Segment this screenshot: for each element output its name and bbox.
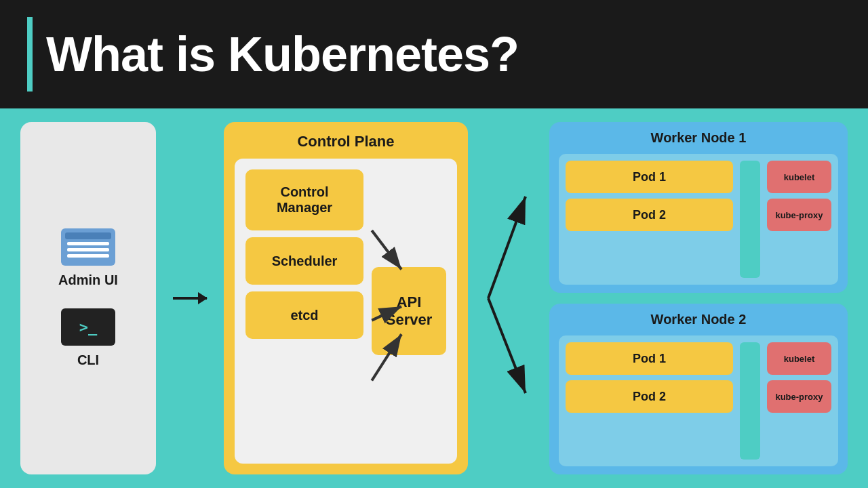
worker-node-2-separator — [740, 342, 760, 460]
worker-node-1-pod-2: Pod 2 — [566, 199, 733, 231]
worker-node-1-pods: Pod 1 Pod 2 — [566, 161, 733, 278]
cli-item: CLI — [61, 308, 115, 368]
page-title: What is Kubernetes? — [46, 26, 519, 82]
worker-node-1-kube: kubelet kube-proxy — [767, 161, 831, 278]
control-plane-box: Control Plane ControlManager Scheduler e… — [224, 122, 468, 474]
worker-node-2-kube: kubelet kube-proxy — [767, 342, 831, 460]
worker-node-2-title: Worker Node 2 — [559, 312, 838, 327]
cp-to-worker-arrows — [481, 122, 536, 474]
right-arrow-icon — [173, 297, 207, 300]
cp-right-column: APIServer — [372, 169, 446, 453]
header-accent — [27, 17, 33, 92]
cp-left-column: ControlManager Scheduler etcd — [245, 169, 363, 453]
worker-section: Worker Node 1 Pod 1 Pod 2 kubelet kube-p… — [549, 122, 848, 474]
worker-node-2-kubelet: kubelet — [767, 342, 831, 375]
worker-node-2-kube-proxy: kube-proxy — [767, 380, 831, 413]
worker-node-1-box: Worker Node 1 Pod 1 Pod 2 kubelet kube-p… — [549, 122, 848, 293]
admin-ui-item: Admin UI — [58, 228, 118, 288]
admin-ui-label: Admin UI — [58, 272, 118, 288]
cli-icon — [61, 308, 115, 346]
admin-box: Admin UI CLI — [20, 122, 156, 474]
api-server-block: APIServer — [372, 267, 446, 355]
diagonal-arrows-icon — [481, 129, 536, 468]
worker-node-1-pod-1: Pod 1 — [566, 161, 733, 193]
worker-node-2-inner: Pod 1 Pod 2 kubelet kube-proxy — [559, 336, 838, 466]
worker-node-2-pods: Pod 1 Pod 2 — [566, 342, 733, 460]
control-manager-block: ControlManager — [245, 169, 363, 230]
admin-ui-icon — [61, 228, 115, 266]
worker-node-2-box: Worker Node 2 Pod 1 Pod 2 kubelet kube-p… — [549, 304, 848, 474]
worker-node-1-title: Worker Node 1 — [559, 130, 838, 146]
scheduler-block: Scheduler — [245, 237, 363, 285]
worker-node-2-pod-1: Pod 1 — [566, 342, 733, 375]
worker-node-1-kubelet: kubelet — [767, 161, 831, 193]
worker-node-1-inner: Pod 1 Pod 2 kubelet kube-proxy — [559, 154, 838, 285]
cli-label: CLI — [77, 352, 99, 368]
etcd-block: etcd — [245, 291, 363, 339]
svg-line-6 — [488, 298, 526, 393]
control-plane-title: Control Plane — [235, 133, 457, 150]
worker-node-2-pod-2: Pod 2 — [566, 380, 733, 413]
worker-node-1-separator — [740, 161, 760, 278]
header: What is Kubernetes? — [0, 0, 868, 108]
main-diagram: Admin UI CLI Control Plane ControlManage… — [0, 108, 868, 488]
admin-to-cp-arrow — [170, 122, 210, 474]
control-plane-inner: ControlManager Scheduler etcd — [235, 159, 457, 464]
svg-line-5 — [488, 197, 526, 298]
worker-node-1-kube-proxy: kube-proxy — [767, 199, 831, 231]
